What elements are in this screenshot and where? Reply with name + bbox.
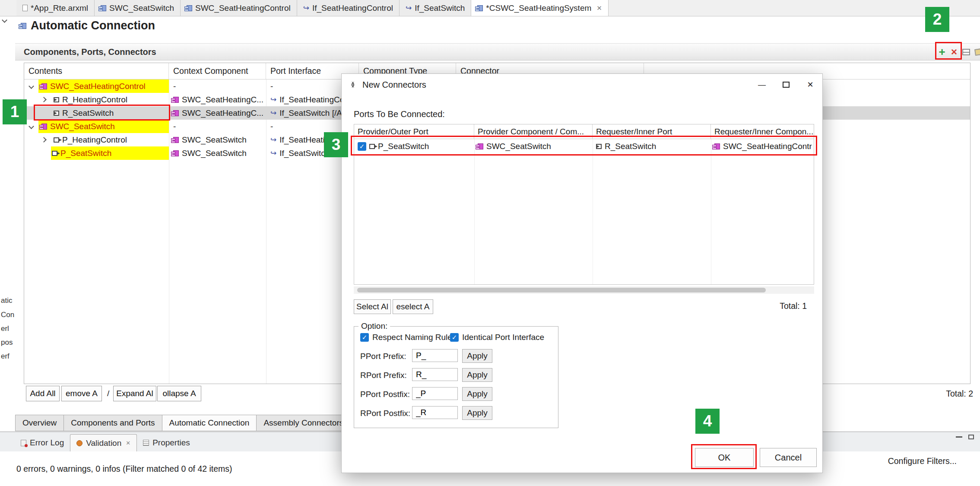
close-icon[interactable]: ✕: [798, 74, 822, 95]
tab-overview[interactable]: Overview: [15, 415, 64, 431]
requester-component-text: SWC_SeatHeatingContr: [723, 142, 812, 151]
pport-icon: [54, 137, 59, 143]
column-header-provider-component[interactable]: Provider Component / Com...: [474, 124, 593, 139]
maximize-view-icon[interactable]: [968, 435, 974, 439]
context-cell: SWC_SeatHeatingC...: [169, 93, 266, 106]
identical-port-interface-option[interactable]: Identical Port Interface: [450, 333, 544, 342]
checkbox-label: Respect Naming Rule: [372, 333, 452, 342]
apply-button[interactable]: Apply: [462, 349, 492, 363]
component-icon: [173, 110, 179, 116]
port-interface-text: If_SeatSwitc: [279, 149, 325, 158]
column-header-contents[interactable]: Contents: [24, 63, 169, 79]
swc-icon: [187, 5, 192, 11]
tab-properties[interactable]: Properties: [137, 434, 196, 451]
view-tab-label: Validation: [86, 438, 121, 448]
column-header-requester-inner-port[interactable]: Requester/Inner Port: [593, 124, 711, 139]
horizontal-scrollbar[interactable]: [354, 286, 814, 294]
collapse-all-button[interactable]: ollapse A: [157, 386, 201, 401]
page-tab-bar: Overview Components and Ports Automatic …: [15, 415, 377, 431]
scrollbar-thumb[interactable]: [357, 288, 766, 292]
column-header-provider-outer-port[interactable]: Provider/Outer Port: [354, 124, 474, 139]
rport-prefix-input[interactable]: [412, 368, 458, 381]
checkbox-checked[interactable]: [360, 333, 369, 342]
maximize-icon[interactable]: [774, 74, 798, 95]
requester-component-cell: SWC_SeatHeatingContr: [711, 139, 814, 154]
checkbox-checked[interactable]: [450, 333, 459, 342]
component-name: SWC_SeatSwitch: [50, 122, 115, 131]
editor-tab-label: *App_Rte.arxml: [31, 3, 88, 13]
edit-icon[interactable]: [973, 47, 980, 57]
swc-icon: [101, 5, 106, 11]
connectors-table: Provider/Outer Port Provider Component /…: [354, 124, 814, 285]
port-name: R_HeatingControl: [62, 95, 127, 105]
column-header-requester-inner-component[interactable]: Requester/Inner Compon...: [711, 124, 814, 139]
port-name: P_SeatSwitch: [60, 149, 111, 158]
chevron-down-icon[interactable]: [27, 124, 35, 128]
total-count: Total: 2: [946, 389, 973, 399]
minimize-view-icon[interactable]: [956, 436, 962, 438]
interface-icon: ↪: [270, 109, 276, 117]
respect-naming-rule-option[interactable]: Respect Naming Rule: [360, 333, 452, 342]
cancel-button[interactable]: Cancel: [760, 448, 817, 467]
editor-tab-swc-seatheatingcontrol[interactable]: SWC_SeatHeatingControl: [181, 0, 297, 16]
add-icon[interactable]: +: [937, 47, 947, 57]
editor-tab-if-seatswitch[interactable]: ↪ If_SeatSwitch: [400, 0, 471, 16]
tab-error-log[interactable]: Error Log: [15, 434, 70, 451]
annotation-step-1: 1: [3, 99, 27, 124]
context-text: SWC_SeatSwitch: [182, 135, 247, 145]
annotation-step-4: 4: [695, 409, 720, 434]
editor-tab-if-seatheatingcontrol[interactable]: ↪ If_SeatHeatingControl: [297, 0, 400, 16]
tab-assembly-connectors[interactable]: Assembly Connectors: [257, 415, 351, 431]
configure-filters-link[interactable]: Configure Filters...: [888, 456, 957, 466]
ok-button[interactable]: OK: [695, 448, 754, 467]
option-group-label: Option:: [358, 321, 390, 331]
left-fragment: erf: [1, 352, 10, 361]
contents-cell: R_SeatSwitch: [24, 106, 169, 120]
delete-icon[interactable]: ✕: [949, 47, 959, 57]
close-icon[interactable]: ✕: [596, 4, 602, 12]
checkbox-checked[interactable]: [358, 142, 366, 151]
apply-button[interactable]: Apply: [462, 368, 492, 382]
close-icon[interactable]: ✕: [126, 440, 130, 446]
expand-all-button[interactable]: Expand Al: [113, 386, 156, 401]
chevron-down-icon[interactable]: [27, 84, 35, 88]
pport-postfix-input[interactable]: [412, 387, 458, 400]
connector-icon: [349, 81, 356, 88]
layout-icon[interactable]: [961, 47, 971, 57]
editor-tab-app-rte[interactable]: *App_Rte.arxml: [16, 0, 95, 16]
interface-icon: ↪: [270, 96, 276, 103]
editor-tab-swc-seatswitch[interactable]: SWC_SeatSwitch: [95, 0, 181, 16]
select-all-button[interactable]: Select Al: [354, 299, 391, 314]
deselect-all-button[interactable]: eselect A: [393, 299, 433, 314]
minimize-icon[interactable]: —: [750, 74, 774, 95]
apply-button[interactable]: Apply: [462, 406, 492, 420]
tab-components-and-ports[interactable]: Components and Ports: [64, 415, 162, 431]
annotation-step-2: 2: [925, 7, 949, 32]
chevron-down-icon[interactable]: [2, 17, 7, 23]
tab-validation[interactable]: Validation ✕: [70, 434, 137, 451]
context-cell: SWC_SeatHeatingC...: [169, 106, 266, 120]
connector-row[interactable]: P_SeatSwitch SWC_SeatSwitch R_SeatSwitch…: [354, 139, 814, 154]
interface-icon: ↪: [406, 4, 412, 12]
chevron-right-icon[interactable]: [39, 98, 48, 102]
chevron-right-icon[interactable]: [39, 138, 48, 142]
component-icon: [41, 83, 47, 89]
gridline: [474, 139, 475, 284]
dialog-title: New Connectors: [362, 80, 426, 90]
checkbox-label: Identical Port Interface: [462, 333, 544, 342]
pport-prefix-input[interactable]: [412, 349, 458, 362]
apply-button[interactable]: Apply: [462, 387, 492, 401]
editor-tab-label: If_SeatSwitch: [415, 3, 465, 13]
editor-tab-cswc-seatheatingsystem[interactable]: *CSWC_SeatHeatingSystem ✕: [471, 0, 609, 16]
remove-all-button[interactable]: emove A: [61, 386, 102, 401]
rport-prefix-label: RPort Prefix:: [360, 371, 407, 380]
add-all-button[interactable]: Add All: [26, 386, 60, 401]
interface-icon: ↪: [270, 136, 276, 143]
column-header-context-component[interactable]: Context Component: [169, 63, 266, 79]
option-group: Option: Respect Naming Rule Identical Po…: [354, 326, 558, 428]
rport-postfix-input[interactable]: [412, 406, 458, 419]
automatic-connection-icon: [21, 23, 26, 29]
left-fragment: atic: [1, 296, 12, 305]
tab-automatic-connection[interactable]: Automatic Connection: [162, 415, 257, 431]
new-connectors-dialog: New Connectors — ✕ Ports To Be Connected…: [341, 73, 823, 473]
